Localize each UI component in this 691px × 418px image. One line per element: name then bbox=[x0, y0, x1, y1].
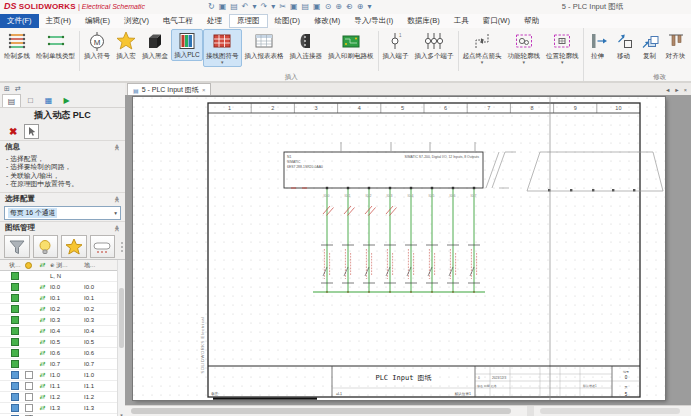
channel-address: I1.1 bbox=[49, 383, 83, 389]
search-dropdown-icon[interactable]: ▾ bbox=[367, 0, 371, 14]
channel-checkbox[interactable] bbox=[25, 371, 33, 379]
drawing-viewport[interactable]: SOLIDWORKS Electrical N1 SIMATIC 6ES7 28… bbox=[125, 95, 691, 405]
insert-plc-button[interactable]: 插入PLC bbox=[171, 29, 203, 61]
redo-icon[interactable]: ↷ bbox=[261, 0, 268, 14]
channel-row[interactable]: I0.4 I0.4 bbox=[0, 326, 125, 337]
schematic-drawing[interactable]: SOLIDWORKS Electrical N1 SIMATIC 6ES7 28… bbox=[133, 97, 665, 400]
paste-icon[interactable]: ▤ bbox=[302, 0, 310, 14]
channel-row[interactable]: I0.2 I0.2 bbox=[0, 304, 125, 315]
channel-checkbox[interactable] bbox=[25, 393, 33, 401]
menu-item[interactable]: 原理图 bbox=[229, 14, 268, 28]
channel-row[interactable]: I0.1 I0.1 bbox=[0, 293, 125, 304]
menu-item[interactable]: 浏览(V) bbox=[117, 14, 156, 28]
wire-label: I0.1 bbox=[337, 193, 358, 199]
print-icon[interactable]: ▤ bbox=[230, 0, 238, 14]
wiring-diagram-symbol-button[interactable]: 接线图符号 ▾ bbox=[203, 29, 242, 67]
select-pointer-button[interactable] bbox=[24, 124, 39, 139]
search-icon[interactable]: ⊙ bbox=[346, 0, 353, 14]
config-section-header[interactable]: 选择配置 ≪ bbox=[0, 192, 125, 205]
menu-item[interactable]: 电气工程 bbox=[156, 14, 200, 28]
cancel-command-button[interactable]: ✖ bbox=[9, 127, 17, 137]
panel-options-strip[interactable] bbox=[118, 236, 125, 257]
insert-blackbox-button[interactable]: 插入黑盒 bbox=[139, 29, 171, 62]
filter-button[interactable] bbox=[4, 235, 30, 258]
favorites-button[interactable] bbox=[61, 235, 87, 258]
channel-address: I0.5 bbox=[49, 339, 83, 345]
manage-section-header[interactable]: 图纸管理 ≪ bbox=[0, 221, 125, 234]
menu-item[interactable]: 窗口(W) bbox=[476, 14, 517, 28]
draw-singlewire-button[interactable]: 绘制单线类型 bbox=[33, 29, 78, 62]
insert-connector-button[interactable]: 插入连接器 bbox=[287, 29, 326, 62]
terminal-strip-button[interactable] bbox=[90, 235, 116, 258]
tip-button[interactable] bbox=[33, 235, 59, 258]
sync-icon[interactable]: ↻ bbox=[208, 0, 215, 14]
insert-terminal-button[interactable]: 1 插入端子 bbox=[380, 29, 412, 62]
zoom-window-icon[interactable]: ⊙ bbox=[325, 0, 332, 14]
close-tab-icon[interactable]: × bbox=[202, 87, 206, 93]
zoom-select-icon[interactable]: ⊕ bbox=[357, 0, 364, 14]
draw-multiwire-button[interactable]: 绘制多线 bbox=[1, 29, 33, 62]
insert-pcb-button[interactable]: 插入印刷电路板 bbox=[325, 29, 377, 62]
drawing-page[interactable]: SOLIDWORKS Electrical N1 SIMATIC 6ES7 28… bbox=[133, 97, 665, 400]
undo-icon[interactable]: ↶ bbox=[242, 0, 249, 14]
run-tab-icon[interactable]: ▶ bbox=[58, 94, 75, 107]
close-tab-list-icon[interactable]: × bbox=[684, 87, 687, 93]
channel-row[interactable]: I0.7 I0.7 bbox=[0, 359, 125, 370]
hscroll-thumb-right[interactable] bbox=[540, 408, 680, 414]
channel-row[interactable]: I0.0 I0.0 bbox=[0, 282, 125, 293]
channel-address-mapped: I1.0 bbox=[83, 372, 117, 378]
channel-row[interactable]: I0.6 I0.6 bbox=[0, 348, 125, 359]
save-icon[interactable]: ▣ bbox=[219, 0, 227, 14]
menu-item[interactable]: 修改(M) bbox=[307, 14, 347, 28]
menu-item[interactable]: 工具 bbox=[447, 14, 476, 28]
channel-row[interactable]: I1.0 I1.0 bbox=[0, 370, 125, 381]
menu-item[interactable]: 绘图(D) bbox=[268, 14, 307, 28]
menu-item[interactable]: 编辑(E) bbox=[78, 14, 117, 28]
zoom-fit-icon[interactable]: ⊕ bbox=[335, 0, 342, 14]
function-outline-button[interactable]: 功能轮廓线 ▾ bbox=[505, 29, 544, 67]
function-field: =L1 bbox=[336, 392, 342, 396]
selection-tab-icon[interactable]: □ bbox=[22, 94, 39, 107]
switch-panel-icon[interactable]: ⇄ bbox=[15, 85, 21, 93]
channel-row[interactable]: L, N bbox=[0, 271, 125, 282]
configuration-dropdown[interactable]: 每页 16 个通道 ▾ bbox=[4, 206, 121, 220]
prev-tab-icon[interactable]: ◄ bbox=[665, 87, 670, 93]
next-tab-icon[interactable]: ► bbox=[674, 87, 679, 93]
cut-icon[interactable]: ✂ bbox=[279, 0, 286, 14]
hscroll-thumb[interactable] bbox=[131, 408, 511, 414]
motor-symbol-icon: M bbox=[87, 31, 107, 51]
copy-icon[interactable]: ▣ bbox=[290, 0, 298, 14]
menu-item[interactable]: 文件(F) bbox=[0, 14, 39, 28]
insert-report-table-button[interactable]: 插入报表表格 bbox=[242, 29, 287, 62]
channel-row[interactable]: I0.3 I0.3 bbox=[0, 315, 125, 326]
info-section-header[interactable]: 信息 ≪ bbox=[0, 140, 125, 153]
origin-destination-arrows-button[interactable]: 起点终点箭头 ▾ bbox=[460, 29, 505, 67]
table-scrollbar[interactable]: ▾ bbox=[117, 260, 125, 418]
move-button[interactable]: 移动 bbox=[611, 29, 637, 62]
location-outline-button[interactable]: 位置轮廓线 ▾ bbox=[543, 29, 582, 67]
command-tab-icon[interactable]: ▤ bbox=[2, 94, 21, 107]
align-blocks-button[interactable]: 对齐块 bbox=[663, 29, 689, 62]
duplicate-icon[interactable]: ▣ bbox=[313, 0, 321, 14]
channel-row[interactable]: I1.1 I1.1 bbox=[0, 381, 125, 392]
menu-item[interactable]: 数据库(B) bbox=[400, 14, 447, 28]
components-tab-icon[interactable]: ▦ bbox=[40, 94, 57, 107]
scrollbar-thumb[interactable] bbox=[119, 288, 124, 348]
channel-checkbox[interactable] bbox=[25, 404, 33, 412]
redo-arrow-icon[interactable]: ▾ bbox=[271, 0, 275, 14]
menu-item[interactable]: 帮助 bbox=[517, 14, 546, 28]
channel-row[interactable]: I0.5 I0.5 bbox=[0, 337, 125, 348]
copy-button[interactable]: 复制 bbox=[637, 29, 663, 62]
undo-arrow-icon[interactable]: ▾ bbox=[253, 0, 257, 14]
menu-item[interactable]: 主页(H) bbox=[39, 14, 78, 28]
menu-item[interactable]: 导入/导出(I) bbox=[347, 14, 400, 28]
menu-item[interactable]: 处理 bbox=[200, 14, 229, 28]
channel-row[interactable]: I1.3 I1.3 bbox=[0, 403, 125, 414]
insert-macro-button[interactable]: 插入宏 bbox=[113, 29, 139, 62]
insert-symbol-button[interactable]: M 插入符号 bbox=[81, 29, 113, 62]
insert-multiple-terminals-button[interactable]: 插入多个端子 bbox=[412, 29, 457, 62]
channel-checkbox[interactable] bbox=[25, 382, 33, 390]
channel-row[interactable]: I1.2 I1.2 bbox=[0, 392, 125, 403]
stretch-button[interactable]: 拉伸 bbox=[585, 29, 611, 62]
dock-icon[interactable]: ⊞ bbox=[4, 85, 10, 93]
